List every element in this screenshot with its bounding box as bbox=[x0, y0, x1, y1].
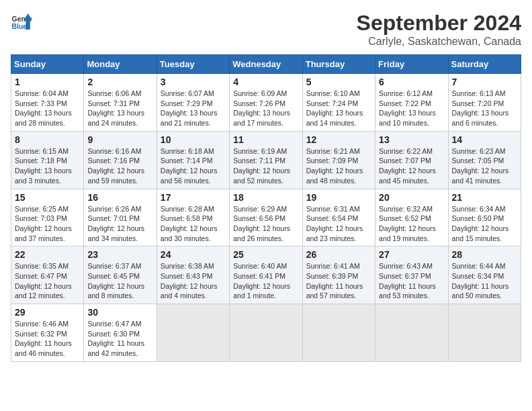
day-number: 9 bbox=[87, 134, 152, 145]
day-number: 30 bbox=[87, 307, 152, 318]
calendar-cell: 20 Sunrise: 6:32 AM Sunset: 6:52 PM Dayl… bbox=[375, 189, 448, 246]
sunset: Sunset: 7:07 PM bbox=[379, 156, 431, 165]
sunset: Sunset: 7:05 PM bbox=[452, 156, 504, 165]
day-number: 12 bbox=[306, 134, 371, 145]
sunrise: Sunrise: 6:13 AM bbox=[452, 89, 506, 97]
month-year: September 2024 bbox=[357, 11, 521, 36]
sunset: Sunset: 7:26 PM bbox=[233, 99, 285, 107]
day-number: 8 bbox=[15, 134, 80, 145]
sunset: Sunset: 6:54 PM bbox=[306, 214, 359, 222]
sunrise: Sunrise: 6:10 AM bbox=[306, 89, 360, 97]
sunrise: Sunrise: 6:09 AM bbox=[233, 89, 287, 97]
sunset: Sunset: 6:41 PM bbox=[233, 272, 285, 280]
logo-icon: General Blue bbox=[11, 11, 32, 32]
sunrise: Sunrise: 6:31 AM bbox=[306, 205, 360, 213]
day-info: Sunrise: 6:46 AM Sunset: 6:32 PM Dayligh… bbox=[15, 319, 80, 359]
day-info: Sunrise: 6:06 AM Sunset: 7:31 PM Dayligh… bbox=[87, 89, 152, 128]
sunrise: Sunrise: 6:07 AM bbox=[161, 89, 214, 97]
day-number: 10 bbox=[161, 134, 226, 145]
sunrise: Sunrise: 6:35 AM bbox=[15, 262, 69, 270]
day-info: Sunrise: 6:10 AM Sunset: 7:24 PM Dayligh… bbox=[306, 89, 371, 128]
day-info: Sunrise: 6:15 AM Sunset: 7:18 PM Dayligh… bbox=[15, 146, 80, 186]
day-number: 1 bbox=[15, 77, 80, 87]
daylight: Daylight: 12 hours and 37 minutes. bbox=[15, 224, 72, 242]
daylight: Daylight: 13 hours and 6 minutes. bbox=[452, 109, 509, 127]
day-number: 17 bbox=[161, 192, 226, 203]
sunrise: Sunrise: 6:44 AM bbox=[452, 262, 506, 270]
daylight: Daylight: 12 hours and 23 minutes. bbox=[306, 224, 363, 242]
sunrise: Sunrise: 6:40 AM bbox=[233, 262, 287, 270]
day-info: Sunrise: 6:13 AM Sunset: 7:20 PM Dayligh… bbox=[452, 89, 517, 128]
day-number: 16 bbox=[87, 192, 152, 203]
sunset: Sunset: 6:37 PM bbox=[379, 272, 431, 280]
daylight: Daylight: 12 hours and 52 minutes. bbox=[233, 167, 290, 185]
calendar-cell: 15 Sunrise: 6:25 AM Sunset: 7:03 PM Dayl… bbox=[11, 189, 84, 246]
calendar-header-row: SundayMondayTuesdayWednesdayThursdayFrid… bbox=[11, 55, 521, 74]
day-number: 11 bbox=[233, 134, 298, 145]
calendar-cell: 16 Sunrise: 6:26 AM Sunset: 7:01 PM Dayl… bbox=[84, 189, 157, 246]
sunrise: Sunrise: 6:46 AM bbox=[15, 320, 69, 328]
calendar-cell: 17 Sunrise: 6:28 AM Sunset: 6:58 PM Dayl… bbox=[157, 189, 229, 246]
sunset: Sunset: 7:33 PM bbox=[15, 99, 67, 107]
column-header-friday: Friday bbox=[375, 55, 448, 74]
sunset: Sunset: 6:39 PM bbox=[306, 272, 359, 280]
day-info: Sunrise: 6:23 AM Sunset: 7:05 PM Dayligh… bbox=[452, 146, 517, 186]
day-number: 23 bbox=[87, 249, 152, 260]
column-header-thursday: Thursday bbox=[302, 55, 375, 74]
daylight: Daylight: 12 hours and 48 minutes. bbox=[306, 167, 363, 185]
day-number: 14 bbox=[452, 134, 517, 145]
day-info: Sunrise: 6:26 AM Sunset: 7:01 PM Dayligh… bbox=[87, 204, 152, 244]
calendar-cell: 22 Sunrise: 6:35 AM Sunset: 6:47 PM Dayl… bbox=[11, 246, 84, 304]
calendar-cell: 2 Sunrise: 6:06 AM Sunset: 7:31 PM Dayli… bbox=[84, 74, 157, 132]
day-number: 4 bbox=[233, 77, 298, 87]
day-info: Sunrise: 6:12 AM Sunset: 7:22 PM Dayligh… bbox=[379, 89, 444, 128]
sunset: Sunset: 6:58 PM bbox=[161, 214, 213, 222]
calendar-table: SundayMondayTuesdayWednesdayThursdayFrid… bbox=[11, 54, 521, 362]
calendar-cell: 3 Sunrise: 6:07 AM Sunset: 7:29 PM Dayli… bbox=[157, 74, 229, 132]
sunrise: Sunrise: 6:26 AM bbox=[87, 205, 141, 213]
day-info: Sunrise: 6:21 AM Sunset: 7:09 PM Dayligh… bbox=[306, 146, 371, 186]
sunset: Sunset: 6:30 PM bbox=[87, 330, 140, 338]
sunrise: Sunrise: 6:06 AM bbox=[87, 89, 141, 97]
daylight: Daylight: 13 hours and 21 minutes. bbox=[161, 109, 218, 127]
calendar-cell: 18 Sunrise: 6:29 AM Sunset: 6:56 PM Dayl… bbox=[230, 189, 302, 246]
sunset: Sunset: 6:32 PM bbox=[15, 330, 67, 338]
calendar-cell: 30 Sunrise: 6:47 AM Sunset: 6:30 PM Dayl… bbox=[84, 304, 157, 362]
daylight: Daylight: 13 hours and 14 minutes. bbox=[306, 109, 363, 127]
column-header-sunday: Sunday bbox=[11, 55, 84, 74]
sunset: Sunset: 6:50 PM bbox=[452, 214, 504, 222]
column-header-tuesday: Tuesday bbox=[157, 55, 229, 74]
calendar-cell: 9 Sunrise: 6:16 AM Sunset: 7:16 PM Dayli… bbox=[84, 131, 157, 189]
calendar-cell: 26 Sunrise: 6:41 AM Sunset: 6:39 PM Dayl… bbox=[302, 246, 375, 304]
sunset: Sunset: 7:29 PM bbox=[161, 99, 213, 107]
calendar-cell: 6 Sunrise: 6:12 AM Sunset: 7:22 PM Dayli… bbox=[375, 74, 448, 132]
calendar-cell: 7 Sunrise: 6:13 AM Sunset: 7:20 PM Dayli… bbox=[448, 74, 521, 132]
day-number: 21 bbox=[452, 192, 517, 203]
sunset: Sunset: 7:20 PM bbox=[452, 99, 504, 107]
calendar-cell: 12 Sunrise: 6:21 AM Sunset: 7:09 PM Dayl… bbox=[302, 131, 375, 189]
daylight: Daylight: 12 hours and 26 minutes. bbox=[233, 224, 290, 242]
sunrise: Sunrise: 6:34 AM bbox=[452, 205, 506, 213]
day-number: 2 bbox=[87, 77, 152, 87]
sunset: Sunset: 6:34 PM bbox=[452, 272, 504, 280]
sunrise: Sunrise: 6:04 AM bbox=[15, 89, 69, 97]
sunrise: Sunrise: 6:19 AM bbox=[233, 147, 287, 155]
daylight: Daylight: 12 hours and 15 minutes. bbox=[452, 224, 509, 242]
day-number: 13 bbox=[379, 134, 444, 145]
sunset: Sunset: 6:45 PM bbox=[87, 272, 140, 280]
calendar-cell: 21 Sunrise: 6:34 AM Sunset: 6:50 PM Dayl… bbox=[448, 189, 521, 246]
calendar-cell: 19 Sunrise: 6:31 AM Sunset: 6:54 PM Dayl… bbox=[302, 189, 375, 246]
sunrise: Sunrise: 6:41 AM bbox=[306, 262, 360, 270]
calendar-cell: 8 Sunrise: 6:15 AM Sunset: 7:18 PM Dayli… bbox=[11, 131, 84, 189]
day-number: 25 bbox=[233, 249, 298, 260]
sunset: Sunset: 6:47 PM bbox=[15, 272, 67, 280]
calendar-cell: 1 Sunrise: 6:04 AM Sunset: 7:33 PM Dayli… bbox=[11, 74, 84, 132]
daylight: Daylight: 13 hours and 3 minutes. bbox=[15, 167, 72, 185]
day-info: Sunrise: 6:29 AM Sunset: 6:56 PM Dayligh… bbox=[233, 204, 298, 244]
day-number: 24 bbox=[161, 249, 226, 260]
day-info: Sunrise: 6:32 AM Sunset: 6:52 PM Dayligh… bbox=[379, 204, 444, 244]
sunset: Sunset: 6:52 PM bbox=[379, 214, 431, 222]
calendar-cell: 23 Sunrise: 6:37 AM Sunset: 6:45 PM Dayl… bbox=[84, 246, 157, 304]
sunset: Sunset: 7:16 PM bbox=[87, 156, 140, 165]
day-info: Sunrise: 6:28 AM Sunset: 6:58 PM Dayligh… bbox=[161, 204, 226, 244]
